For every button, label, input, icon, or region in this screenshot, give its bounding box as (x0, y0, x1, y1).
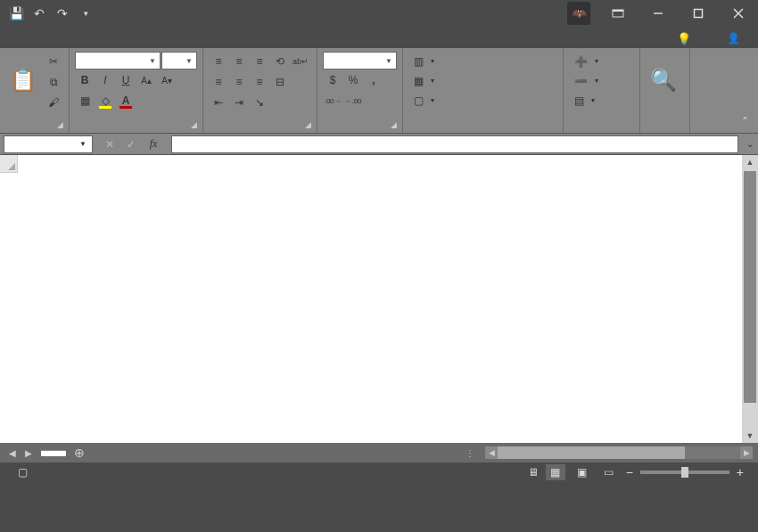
maximize-icon[interactable] (678, 0, 718, 27)
qat-customize-icon[interactable]: ▾ (75, 3, 96, 24)
minimize-icon[interactable] (638, 0, 678, 27)
group-clipboard: 📋 ✂ ⧉ 🖌 ◢ (0, 48, 70, 133)
enter-formula-icon[interactable]: ✓ (121, 135, 141, 153)
scroll-left-icon[interactable]: ◀ (485, 448, 498, 457)
insert-cells-button[interactable]: ➕▾ (569, 52, 604, 70)
cell-styles-icon: ▢ (414, 94, 424, 107)
increase-indent-icon[interactable]: ⇥ (229, 93, 249, 112)
display-settings-button[interactable]: 🖥 (528, 466, 539, 479)
zoom-out-icon[interactable]: − (626, 465, 633, 479)
font-color-icon[interactable]: A (116, 91, 136, 110)
tell-me-search[interactable] (698, 35, 713, 42)
bold-button[interactable]: B (75, 70, 95, 90)
paste-button[interactable]: 📋 (5, 52, 40, 110)
chevron-down-icon: ▼ (79, 140, 87, 148)
redo-icon[interactable]: ↷ (52, 3, 73, 24)
scroll-thumb[interactable] (744, 171, 756, 403)
accounting-format-icon[interactable]: $ (323, 70, 342, 90)
lightbulb-icon[interactable]: 💡 (677, 32, 691, 45)
scroll-down-icon[interactable]: ▼ (742, 429, 758, 443)
zoom-slider[interactable] (640, 471, 729, 474)
collapse-ribbon-icon[interactable]: ˄ (731, 48, 758, 133)
cells-area[interactable] (18, 173, 742, 443)
cancel-formula-icon[interactable]: ✕ (100, 135, 119, 153)
fill-color-icon[interactable]: ◇ (95, 91, 115, 110)
page-layout-view-icon[interactable]: ▣ (573, 464, 592, 480)
scroll-up-icon[interactable]: ▲ (742, 155, 758, 169)
fx-icon[interactable]: fx (143, 135, 164, 153)
wrap-text-icon[interactable]: ab↵ (291, 52, 310, 71)
increase-font-icon[interactable]: A▴ (136, 70, 156, 90)
page-break-view-icon[interactable]: ▭ (599, 464, 619, 480)
align-center-icon[interactable]: ≡ (229, 72, 249, 92)
sheet-prev-icon[interactable]: ◀ (5, 448, 20, 458)
select-all-corner[interactable] (0, 155, 18, 173)
undo-icon[interactable]: ↶ (29, 3, 50, 24)
font-name-combo[interactable]: ▼ (75, 52, 161, 70)
increase-decimal-icon[interactable]: .00→ (323, 91, 342, 110)
decrease-font-icon[interactable]: A▾ (157, 70, 177, 90)
name-box[interactable]: ▼ (4, 135, 93, 153)
align-bottom-icon[interactable]: ≡ (250, 52, 269, 71)
conditional-formatting-button[interactable]: ▥▾ (408, 52, 440, 70)
ribbon: 📋 ✂ ⧉ 🖌 ◢ ▼ ▼ B I U A▴ A▾ (0, 48, 758, 134)
column-headers[interactable] (18, 155, 742, 173)
svg-rect-3 (694, 10, 702, 18)
sheet-tab-bar: ◀ ▶ ⊕ ⋮ ◀ ▶ (0, 443, 758, 462)
chevron-down-icon: ▼ (149, 57, 156, 65)
decrease-decimal-icon[interactable]: ←.00 (343, 91, 363, 110)
copy-icon[interactable]: ⧉ (44, 72, 63, 92)
cell-styles-button[interactable]: ▢▾ (408, 91, 440, 110)
font-size-combo[interactable]: ▼ (161, 52, 197, 70)
share-button[interactable]: 👤 (720, 29, 751, 48)
zoom-in-icon[interactable]: + (737, 465, 744, 479)
delete-cells-button[interactable]: ➖▾ (569, 71, 604, 90)
format-cells-button[interactable]: ▤▾ (569, 91, 600, 110)
hscroll-thumb[interactable] (498, 446, 685, 459)
close-icon[interactable] (718, 0, 758, 27)
user-avatar-icon[interactable]: 🦇 (567, 2, 590, 25)
ribbon-options-icon[interactable] (597, 0, 638, 27)
svg-rect-1 (613, 10, 623, 12)
save-icon[interactable]: 💾 (5, 3, 27, 24)
orientation-icon[interactable]: ⟲ (270, 52, 290, 71)
decrease-indent-icon[interactable]: ⇤ (209, 93, 228, 112)
rotate-text-icon[interactable]: ↘ (250, 93, 269, 112)
underline-button[interactable]: U (116, 70, 136, 90)
spreadsheet-grid[interactable]: ▲ ▼ (0, 155, 758, 443)
align-top-icon[interactable]: ≡ (209, 52, 228, 71)
sheet-tab[interactable] (41, 450, 66, 456)
italic-button[interactable]: I (95, 70, 115, 90)
clipboard-launcher-icon[interactable]: ◢ (57, 120, 63, 129)
formula-bar[interactable] (171, 135, 738, 153)
number-launcher-icon[interactable]: ◢ (391, 120, 397, 129)
comma-format-icon[interactable]: , (364, 70, 383, 90)
sheet-next-icon[interactable]: ▶ (21, 448, 36, 458)
macro-record-icon[interactable]: ▢ (18, 466, 28, 479)
magnifier-icon: 🔍 (650, 64, 677, 96)
alignment-launcher-icon[interactable]: ◢ (305, 120, 311, 129)
number-format-combo[interactable]: ▼ (323, 52, 397, 70)
editing-button[interactable]: 🔍 (646, 52, 681, 110)
borders-icon[interactable]: ▦ (75, 91, 95, 110)
tab-split-icon[interactable]: ⋮ (460, 448, 480, 458)
merge-cells-icon[interactable]: ⊟ (270, 72, 290, 92)
align-middle-icon[interactable]: ≡ (229, 52, 249, 71)
group-styles: ▥▾ ▦▾ ▢▾ (403, 48, 564, 133)
format-painter-icon[interactable]: 🖌 (44, 93, 63, 112)
group-number: ▼ $ % , .00→ ←.00 ◢ (317, 48, 403, 133)
font-launcher-icon[interactable]: ◢ (191, 120, 197, 129)
align-right-icon[interactable]: ≡ (250, 72, 269, 92)
percent-format-icon[interactable]: % (343, 70, 363, 90)
chevron-down-icon: ▼ (185, 57, 193, 65)
expand-formula-bar-icon[interactable]: ⌄ (742, 139, 758, 149)
scroll-right-icon[interactable]: ▶ (740, 448, 753, 457)
horizontal-scrollbar[interactable]: ◀ ▶ (485, 446, 753, 459)
add-sheet-icon[interactable]: ⊕ (66, 446, 93, 460)
format-as-table-button[interactable]: ▦▾ (408, 71, 440, 90)
normal-view-icon[interactable]: ▦ (546, 464, 565, 480)
vertical-scrollbar[interactable]: ▲ ▼ (742, 155, 758, 443)
cut-icon[interactable]: ✂ (44, 52, 63, 71)
align-left-icon[interactable]: ≡ (209, 72, 228, 92)
title-bar: 💾 ↶ ↷ ▾ 🦇 (0, 0, 758, 27)
